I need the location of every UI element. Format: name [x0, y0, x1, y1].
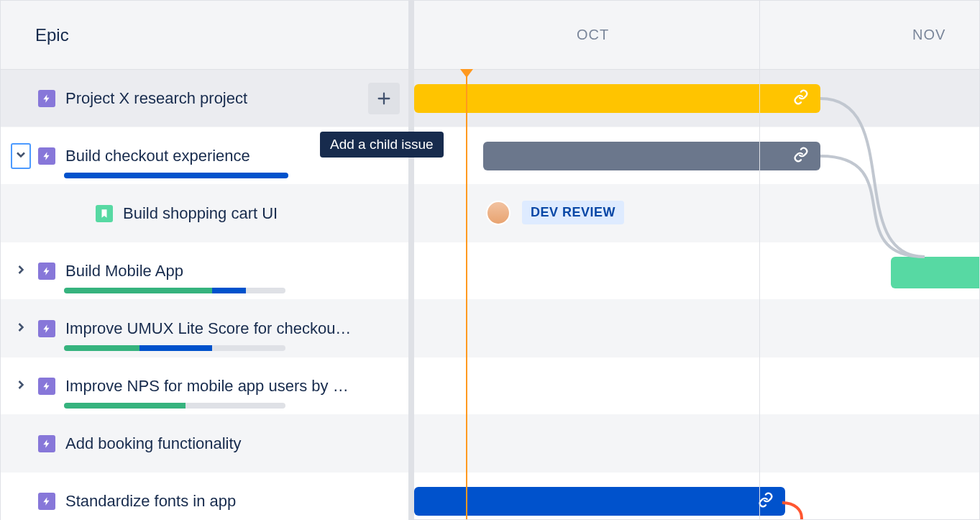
month-separator: [759, 1, 760, 69]
row-title[interactable]: Project X research project: [65, 89, 362, 108]
link-icon[interactable]: [793, 89, 809, 108]
chevron-right-icon[interactable]: [14, 263, 28, 280]
link-icon[interactable]: [758, 492, 774, 511]
month-label-nov: NOV: [912, 27, 945, 43]
epic-sidebar: Epic Project X research projectBuild che…: [1, 1, 414, 519]
add-child-button[interactable]: [368, 83, 400, 114]
timeline-row-cart_ui[interactable]: DEV REVIEW: [414, 185, 979, 242]
epic-row-cart_ui[interactable]: Build shopping cart UI: [1, 185, 408, 242]
epic-row-projectx[interactable]: Project X research project: [1, 70, 408, 127]
column-header-label: Epic: [35, 25, 69, 45]
gantt-bar[interactable]: [483, 142, 820, 170]
epic-icon: [38, 263, 55, 280]
gantt-bar[interactable]: [414, 487, 785, 516]
row-title[interactable]: Improve UMUX Lite Score for checkou…: [65, 319, 400, 338]
progress-bar: [64, 345, 285, 351]
status-badge[interactable]: DEV REVIEW: [522, 201, 624, 224]
progress-bar: [64, 288, 285, 293]
epic-row-umux[interactable]: Improve UMUX Lite Score for checkou…: [1, 300, 408, 357]
epic-icon: [38, 493, 55, 510]
story-icon: [96, 205, 113, 222]
timeline-row-nps[interactable]: [414, 357, 979, 415]
epic-icon: [38, 378, 55, 395]
chevron-right-icon[interactable]: [14, 378, 28, 395]
epic-row-fonts[interactable]: Standardize fonts in app: [1, 473, 408, 520]
row-title[interactable]: Improve NPS for mobile app users by …: [65, 377, 400, 396]
timeline-row-checkout[interactable]: [414, 127, 979, 185]
month-label-oct: OCT: [577, 27, 609, 43]
month-separator: [759, 70, 760, 519]
chevron-down-icon[interactable]: [11, 143, 31, 169]
avatar[interactable]: [486, 201, 510, 225]
row-title[interactable]: Build Mobile App: [65, 262, 400, 280]
timeline-header: OCT NOV: [414, 1, 979, 70]
row-title[interactable]: Add booking functionality: [65, 434, 400, 453]
progress-bar: [64, 173, 288, 178]
timeline-row-booking[interactable]: [414, 415, 979, 473]
chevron-right-icon[interactable]: [14, 320, 28, 337]
epic-icon: [38, 435, 55, 452]
progress-bar: [64, 403, 285, 409]
timeline-row-umux[interactable]: [414, 300, 979, 357]
gantt-bar[interactable]: [891, 257, 979, 288]
today-marker-triangle: [460, 69, 473, 78]
epic-icon: [38, 90, 55, 107]
today-marker: [466, 70, 467, 519]
timeline-row-fonts[interactable]: [414, 473, 979, 519]
row-title[interactable]: Build shopping cart UI: [123, 204, 400, 223]
timeline[interactable]: OCT NOV DEV REVIEW: [414, 1, 979, 519]
epic-icon: [38, 147, 55, 165]
timeline-row-projectx[interactable]: [414, 70, 979, 127]
row-title[interactable]: Standardize fonts in app: [65, 492, 400, 511]
timeline-row-mobile[interactable]: [414, 242, 979, 300]
epic-row-nps[interactable]: Improve NPS for mobile app users by …: [1, 357, 408, 415]
epic-row-mobile[interactable]: Build Mobile App: [1, 242, 408, 300]
column-header-epic: Epic: [1, 1, 408, 70]
tooltip-add-child: Add a child issue: [320, 132, 444, 158]
epic-row-booking[interactable]: Add booking functionality: [1, 415, 408, 473]
link-icon[interactable]: [793, 147, 809, 165]
epic-icon: [38, 320, 55, 337]
dependency-arrow: [779, 500, 837, 519]
